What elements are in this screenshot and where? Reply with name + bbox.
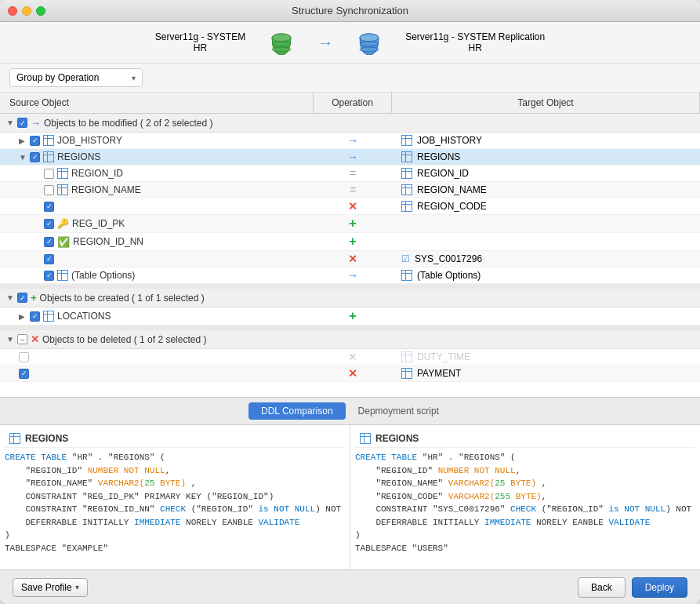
region-id-nn-row: ✅ REGION_ID_NN + <box>0 233 700 251</box>
region-id-label: REGION_ID <box>71 168 123 179</box>
regions-checkbox[interactable] <box>30 152 40 162</box>
key-icon: 🔑 <box>57 218 69 229</box>
table-options-icon <box>57 270 68 281</box>
window-title: Structure Synchronization <box>292 5 408 16</box>
table-header: Source Object Operation Target Object <box>0 93 700 114</box>
region-id-nn-checkbox[interactable] <box>44 237 54 247</box>
payment-row: ✕ PAYMENT <box>0 366 700 382</box>
payment-op: ✕ <box>314 367 392 380</box>
duty-time-op: ✕ <box>314 351 392 363</box>
region-id-nn-label: REGION_ID_NN <box>73 236 143 247</box>
region-code-checkbox[interactable] <box>44 202 54 212</box>
target-column-header: Target Object <box>392 93 700 113</box>
region-name-target-icon <box>401 184 412 195</box>
regions-target-label: REGIONS <box>417 151 460 162</box>
reg-id-pk-op: + <box>314 216 392 231</box>
ddl-panels: REGIONS CREATE TABLE "HR" . "REGIONS" ( … <box>0 425 700 569</box>
region-id-checkbox[interactable] <box>44 169 54 179</box>
close-button[interactable] <box>8 6 17 16</box>
region-id-target: REGION_ID <box>392 168 700 179</box>
ddl-right-panel: REGIONS CREATE TABLE "HR" . "REGIONS" ( … <box>350 425 700 569</box>
ddl-right-table-icon <box>360 433 371 444</box>
target-db-icon <box>357 30 382 55</box>
create-group-checkbox[interactable] <box>17 293 27 303</box>
region-code-target: REGION_CODE <box>392 201 700 212</box>
source-server-sub: HR <box>155 42 245 53</box>
save-profile-button[interactable]: Save Profile ▾ <box>13 578 88 597</box>
table-options-label: (Table Options) <box>71 270 135 281</box>
regions-expand[interactable]: ▼ <box>19 153 27 162</box>
duty-time-target: DUTY_TIME <box>392 351 700 362</box>
payment-target-icon <box>401 368 412 379</box>
maximize-button[interactable] <box>36 6 45 16</box>
region-id-row: REGION_ID = REGION_ID <box>0 166 700 182</box>
sys-c0017296-op: ✕ <box>314 253 392 265</box>
source-column-header: Source Object <box>0 93 314 113</box>
modify-group-icon: → <box>31 117 41 129</box>
table-options-target-icon <box>401 270 412 281</box>
regions-op: → <box>314 151 392 163</box>
payment-target-label: PAYMENT <box>417 368 461 379</box>
locations-table-icon <box>43 311 54 322</box>
action-buttons: Back Deploy <box>578 577 687 598</box>
region-name-op: = <box>314 184 392 196</box>
ddl-right-code: CREATE TABLE "HR" . "REGIONS" ( "REGION_… <box>355 451 695 555</box>
job-history-checkbox[interactable] <box>30 136 40 146</box>
ddl-left-code: CREATE TABLE "HR" . "REGIONS" ( "REGION_… <box>5 451 345 555</box>
job-history-target-label: JOB_HISTORY <box>417 135 482 146</box>
tab-deployment-script[interactable]: Depmoyment script <box>346 402 452 420</box>
create-expand-arrow[interactable]: ▼ <box>6 293 14 302</box>
sys-c0017296-target: ☑ SYS_C0017296 <box>392 253 700 264</box>
reg-id-pk-label: REG_ID_PK <box>72 218 125 229</box>
ddl-left-title: REGIONS <box>25 433 68 444</box>
delete-expand-arrow[interactable]: ▼ <box>6 335 14 344</box>
reg-id-pk-checkbox[interactable] <box>44 219 54 229</box>
modify-expand-arrow[interactable]: ▼ <box>6 118 14 127</box>
modify-group-checkbox[interactable] <box>17 118 27 128</box>
tree-area: ▼ → Objects to be modified ( 2 of 2 sele… <box>0 114 700 397</box>
delete-group-checkbox[interactable] <box>17 334 27 344</box>
duty-time-target-icon <box>401 351 412 362</box>
regions-row: ▼ REGIONS → REGIONS <box>0 149 700 166</box>
region-code-row: ✕ REGION_CODE <box>0 198 700 215</box>
regions-table-icon <box>43 151 54 162</box>
source-db-icon <box>269 30 294 55</box>
region-id-op: = <box>314 167 392 180</box>
region-id-nn-op: + <box>314 235 392 249</box>
regions-target-icon <box>401 151 412 162</box>
region-id-target-icon <box>401 168 412 179</box>
region-name-checkbox[interactable] <box>44 185 54 195</box>
region-code-op: ✕ <box>314 200 392 213</box>
ddl-right-header: REGIONS <box>355 430 695 448</box>
svg-point-1 <box>272 34 291 42</box>
locations-checkbox[interactable] <box>30 311 40 322</box>
target-server-name: Server11g - SYSTEM Replication <box>405 31 545 42</box>
minimize-button[interactable] <box>22 6 31 16</box>
duty-time-checkbox[interactable] <box>19 352 29 362</box>
locations-expand[interactable]: ▶ <box>19 312 27 321</box>
operation-column-header: Operation <box>314 93 392 113</box>
deploy-button[interactable]: Deploy <box>632 577 687 598</box>
source-server-info: Server11g - SYSTEM HR <box>155 31 245 53</box>
bottom-bar: Save Profile ▾ Back Deploy <box>0 569 700 604</box>
tab-ddl-comparison[interactable]: DDL Comparison <box>248 402 346 420</box>
job-history-expand[interactable]: ▶ <box>19 136 27 145</box>
back-button[interactable]: Back <box>578 577 626 598</box>
sys-c0017296-checkbox[interactable] <box>44 254 54 264</box>
region-id-target-label: REGION_ID <box>417 168 469 179</box>
title-bar: Structure Synchronization <box>0 0 700 22</box>
payment-checkbox[interactable] <box>19 369 29 379</box>
region-name-row: REGION_NAME = REGION_NAME <box>0 182 700 198</box>
table-options-op: → <box>314 269 392 282</box>
group-by-select[interactable]: Group by Operation ▾ <box>9 68 143 87</box>
regions-label: REGIONS <box>57 151 100 162</box>
group-create-row: ▼ + Objects to be created ( 1 of 1 selec… <box>0 289 700 307</box>
region-code-target-label: REGION_CODE <box>417 201 487 212</box>
job-history-target-icon <box>401 135 412 146</box>
table-options-checkbox[interactable] <box>44 271 54 281</box>
job-history-label: JOB_HISTORY <box>57 135 122 146</box>
job-history-table-icon <box>43 135 54 146</box>
check-circle-icon: ✅ <box>57 236 70 248</box>
delete-group-label: Objects to be deleted ( 1 of 2 selected … <box>42 334 206 345</box>
region-id-table-icon <box>57 168 68 179</box>
